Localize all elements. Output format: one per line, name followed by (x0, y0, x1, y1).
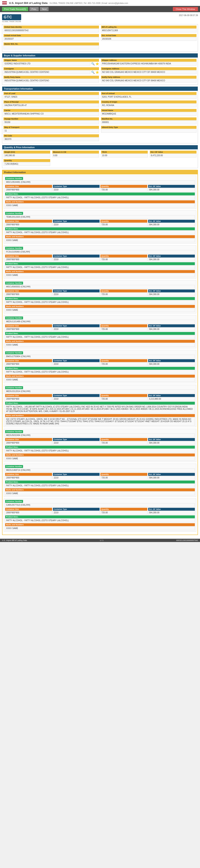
qty-label-9: Quantity (101, 473, 147, 476)
container-type-5: 2210 (53, 328, 100, 331)
shipper-address-field: Shipper Address PIROJSHANAGAR EASTERN EX… (101, 59, 197, 66)
container-size-5: 2000*800*800 (5, 328, 52, 331)
est-cif-val-8: 584,300.00 (148, 441, 195, 445)
qty-label-7: Quantity (101, 394, 147, 397)
logo-box: GTC (2, 14, 21, 20)
est-cif-label-7: Est. OF Value (148, 394, 195, 397)
weight-field: Weight (KG) 145,590.00 (3, 151, 50, 157)
qty-label-8: Quantity (101, 438, 147, 441)
vessel-field: Vessel Name MOZAMBIQUE (101, 109, 197, 116)
marks-val-4: XXXX SAME (5, 308, 195, 312)
container-block-9: Container Number MEDU1468714 (CN/L/HH) C… (4, 464, 196, 497)
teus-field: TEUS 10.00 (101, 151, 148, 157)
footer-right: 600321150150000057542 (176, 539, 198, 541)
marks-label-6: Marks and Numbers (5, 375, 195, 378)
container-num-label-10: Container Number (5, 500, 23, 503)
product-desc-2: FATTY ALCOHOL - FATTY ALCOHOL (CETO STEA… (5, 230, 195, 235)
qty-val-3: 725.00 (101, 258, 147, 261)
marks-val-8: XXXX SAME (5, 457, 195, 461)
est-cif-val-2: 584,300.00 (148, 223, 195, 226)
product-desc-5: FATTY ALCOHOL - FATTY ALCOHOL (CETO STEA… (5, 335, 195, 339)
product-desc-label-6: Product Desc. (5, 367, 195, 370)
footer-center: 1 / 1 (100, 539, 104, 541)
product-desc-label-10: Product Desc. (5, 516, 195, 518)
shipper-search-icon[interactable]: 🔍 (91, 62, 95, 65)
marks-val-9: XXXX SAME (5, 492, 195, 495)
marks-val-5: XXXX SAME (5, 343, 195, 347)
global-data-id-field: Global Data Identity 6003211501500000575… (3, 26, 99, 32)
container-num-3: FCSU2105060 (CN/L/HH) (5, 250, 195, 254)
product-desc-label-9: Product Desc. (5, 480, 195, 484)
qty-label-4: Quantity (101, 289, 147, 292)
container-num-label-4: Container Number (5, 282, 23, 284)
est-cif-val-1: 584,300.00 (148, 188, 195, 192)
container-num-6: BMOU2755804 (CN/L/HH) (5, 355, 195, 359)
marks-label-10: Marks and Numbers (5, 523, 195, 526)
container-size-8: 2000*800*800 (5, 441, 52, 445)
container-size-label-7: Container Size (5, 394, 52, 397)
shipper-star-icon[interactable]: ⭐ (95, 62, 99, 65)
est-cif-val-5: 584,300.00 (148, 328, 195, 331)
container-block-4: Container Number MSCU5565553 (CN/L/HH) C… (4, 280, 196, 313)
est-cif-label-9: Est. OF Value (148, 473, 195, 476)
container-num-1: MSCU3534481 (CN/L/HH) (5, 180, 195, 184)
qty-val-5: 725.00 (101, 328, 147, 331)
container-size-label-1: Container Size (5, 185, 52, 188)
prev-button[interactable]: Prev. (30, 7, 39, 11)
hs-code-field: HS Code 382370 (3, 134, 99, 141)
product-desc-label-3: Product Desc. (5, 262, 195, 265)
consignee-star-icon[interactable]: ⭐ (95, 70, 99, 74)
container-size-label-10: Container Size (5, 508, 52, 510)
consignee-search-icon[interactable]: 🔍 (91, 70, 95, 74)
marks-label-7: Marks and Numbers (5, 414, 195, 417)
product-desc-8: FATTY ALCOHOL - FATTY ALCOHOL (CETO STEA… (5, 449, 195, 453)
marks-label-1: Marks and Numbers (5, 200, 195, 203)
place-of-receipt-field: Place of Receipt HAZIRA PORTGUJR-47 (3, 100, 99, 107)
container-size-label-6: Container Size (5, 359, 52, 362)
container-type-label-6: Container Type (53, 359, 100, 362)
container-num-label-5: Container Number (5, 316, 23, 319)
product-desc-7: FATTY ALCOHOL - 145,000 MT FATTY ALCOHOL… (5, 405, 195, 413)
container-num-label-1: Container Number (5, 177, 23, 180)
qty-val-1: 725.00 (101, 188, 147, 192)
container-num-7: MEDU1512014 (CN/L/HH) (5, 390, 195, 393)
container-num-8: MEDU5032494 (CN/L/HH) (5, 433, 195, 437)
container-type-label-8: Container Type (53, 438, 100, 441)
est-cif-val-9: 584,300.00 (148, 476, 195, 480)
quantity-price-section: Quantity & Price Information Weight (KG)… (2, 145, 198, 168)
container-num-label-9: Container Number (5, 465, 23, 468)
master-bol-field: Master BOL No. (3, 42, 99, 49)
marks-label-8: Marks and Numbers (5, 454, 195, 456)
container-block-2: Container Number TEMU2011503 (CN/L/HH) C… (4, 211, 196, 244)
product-desc-label-8: Product Desc. (5, 446, 195, 448)
product-desc-label-4: Product Desc. (5, 297, 195, 300)
marks-val-10: XXXX SAME (5, 526, 195, 530)
container-size-label-2: Container Size (5, 220, 52, 223)
actual-arrival-field: Actual Arrival Date 20150107 (3, 34, 99, 41)
port-of-unload-field: Port of Unload 5203, PORT EVERGLADES, FL (101, 92, 197, 99)
container-block-1: Container Number MSCU3534481 (CN/L/HH) C… (4, 176, 196, 209)
container-size-label-9: Container Size (5, 473, 52, 476)
container-size-3: 2000*800*800 (5, 258, 52, 261)
next-button[interactable]: Next (40, 7, 49, 11)
qty-val-7: 725.00 (101, 397, 147, 401)
flag-icon (2, 1, 7, 4)
close-button[interactable]: Close This Window (173, 7, 198, 11)
product-desc-9: FATTY ALCOHOL - FATTY ALCOHOL (CETO STEA… (5, 484, 195, 488)
product-desc-4: FATTY ALCOHOL - FATTY ALCOHOL (CETO STEA… (5, 300, 195, 304)
est-cif-val-10: 584,300.00 (148, 511, 195, 515)
est-cif-field: Est. CIF Value 8,472,220.00 (150, 151, 197, 157)
gtc-logo: GTC GLOBAL TRADE ONLINE (2, 14, 21, 23)
print-button[interactable]: Print Trade Record(S) (2, 7, 28, 11)
product-desc-label-2: Product Desc. (5, 227, 195, 230)
container-size-label-3: Container Size (5, 255, 52, 257)
marks-val-2: XXXX SAME (5, 238, 195, 242)
carrier-field: Carrier MSCU, MEDITERRANEAN SHIPPING CO (3, 109, 99, 116)
port-of-load-field: Port of Load 47127, 5INES (3, 92, 99, 99)
transportation-section: Transportation Information Port of Load … (2, 87, 198, 144)
container-num-10: CARU3577313 (CN/L/HH) (5, 503, 195, 507)
qty-label-6: Quantity (101, 359, 147, 362)
container-size-label-5: Container Size (5, 324, 52, 327)
way-of-transport-field: Way of Transport 11 (3, 126, 99, 133)
qty-label-10: Quantity (101, 508, 147, 510)
